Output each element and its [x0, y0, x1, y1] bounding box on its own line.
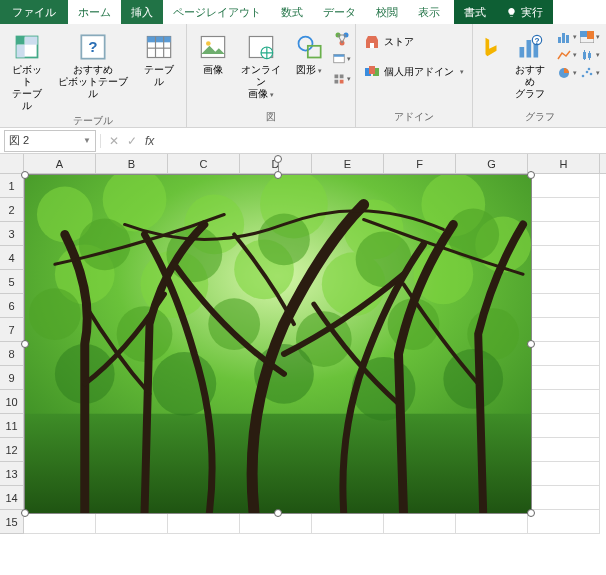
- rotate-handle[interactable]: [274, 155, 282, 163]
- row-header[interactable]: 14: [0, 486, 23, 510]
- row-header[interactable]: 4: [0, 246, 23, 270]
- fx-label[interactable]: fx: [145, 134, 154, 148]
- resize-handle-se[interactable]: [527, 509, 535, 517]
- cell[interactable]: [528, 198, 600, 222]
- svg-point-64: [79, 218, 131, 270]
- cell[interactable]: [528, 294, 600, 318]
- tab-tellme[interactable]: 実行: [496, 0, 553, 24]
- svg-point-70: [117, 306, 173, 362]
- group-illust-label: 図: [191, 108, 352, 127]
- column-chart-button[interactable]: [557, 29, 577, 45]
- store-button[interactable]: ストア: [360, 32, 468, 52]
- picture-button[interactable]: 画像: [191, 26, 235, 76]
- cell[interactable]: [528, 222, 600, 246]
- svg-point-46: [582, 75, 585, 78]
- row-header[interactable]: 5: [0, 270, 23, 294]
- row-header[interactable]: 3: [0, 222, 23, 246]
- row-header[interactable]: 9: [0, 366, 23, 390]
- name-box[interactable]: 図 2 ▼: [4, 130, 96, 152]
- col-header[interactable]: E: [312, 154, 384, 173]
- tab-view[interactable]: 表示: [408, 0, 450, 24]
- svg-point-15: [299, 37, 313, 51]
- cell[interactable]: [528, 438, 600, 462]
- inserted-image[interactable]: [24, 174, 532, 514]
- cell[interactable]: [528, 414, 600, 438]
- cell[interactable]: [528, 486, 600, 510]
- online-picture-button[interactable]: オンライン 画像: [237, 26, 286, 101]
- resize-handle-sw[interactable]: [21, 509, 29, 517]
- table-button[interactable]: テーブル: [136, 26, 181, 88]
- svg-point-49: [588, 68, 591, 71]
- tab-review[interactable]: 校閲: [366, 0, 408, 24]
- tab-home[interactable]: ホーム: [68, 0, 121, 24]
- cancel-icon[interactable]: ✕: [109, 134, 119, 148]
- cell[interactable]: [528, 366, 600, 390]
- tab-data[interactable]: データ: [313, 0, 366, 24]
- col-header[interactable]: B: [96, 154, 168, 173]
- formula-input[interactable]: [162, 130, 606, 152]
- screenshot-button[interactable]: [333, 50, 351, 68]
- pivot-table-button[interactable]: ピボット テーブル: [4, 26, 49, 112]
- recommended-charts-icon: ?: [516, 30, 544, 64]
- row-header[interactable]: 11: [0, 414, 23, 438]
- svg-text:?: ?: [535, 37, 540, 46]
- my-addins-button[interactable]: 個人用アドイン: [360, 62, 468, 82]
- resize-handle-nw[interactable]: [21, 171, 29, 179]
- scatter-chart-button[interactable]: [580, 65, 600, 81]
- bing-maps-button[interactable]: [477, 26, 506, 64]
- tab-insert[interactable]: 挿入: [121, 0, 163, 24]
- shapes-icon: [295, 30, 323, 64]
- cell[interactable]: [528, 174, 600, 198]
- tab-formulas[interactable]: 数式: [271, 0, 313, 24]
- hierarchy-chart-button[interactable]: [580, 29, 600, 45]
- cell[interactable]: [528, 510, 600, 534]
- row-header[interactable]: 8: [0, 342, 23, 366]
- resize-handle-e[interactable]: [527, 340, 535, 348]
- row-header[interactable]: 6: [0, 294, 23, 318]
- resize-handle-w[interactable]: [21, 340, 29, 348]
- recommended-pivot-icon: ?: [79, 30, 107, 64]
- col-header[interactable]: C: [168, 154, 240, 173]
- ribbon: ピボット テーブル ? おすすめ ピボットテーブル テーブル テーブル: [0, 24, 606, 128]
- tab-page-layout[interactable]: ページレイアウト: [163, 0, 271, 24]
- row-header[interactable]: 2: [0, 198, 23, 222]
- select-all-corner[interactable]: [0, 154, 24, 174]
- tab-format[interactable]: 書式: [454, 0, 496, 24]
- cell[interactable]: [528, 318, 600, 342]
- recommended-pivot-button[interactable]: ? おすすめ ピボットテーブル: [51, 26, 134, 100]
- stats-chart-button[interactable]: [580, 47, 600, 63]
- cell[interactable]: [528, 390, 600, 414]
- line-chart-button[interactable]: [557, 47, 577, 63]
- resize-handle-n[interactable]: [274, 171, 282, 179]
- resize-handle-ne[interactable]: [527, 171, 535, 179]
- formula-bar: 図 2 ▼ ✕ ✓ fx: [0, 128, 606, 154]
- shapes-button[interactable]: 図形: [287, 26, 331, 77]
- accept-icon[interactable]: ✓: [127, 134, 137, 148]
- row-header[interactable]: 1: [0, 174, 23, 198]
- col-header[interactable]: H: [528, 154, 600, 173]
- resize-handle-s[interactable]: [274, 509, 282, 517]
- row-header[interactable]: 15: [0, 510, 23, 534]
- cell[interactable]: [528, 462, 600, 486]
- col-header[interactable]: A: [24, 154, 96, 173]
- lightbulb-icon: [506, 7, 517, 18]
- svg-rect-51: [25, 414, 531, 513]
- svg-rect-7: [147, 37, 170, 43]
- row-header[interactable]: 7: [0, 318, 23, 342]
- pie-chart-button[interactable]: [557, 65, 577, 81]
- svg-rect-31: [527, 40, 532, 58]
- col-header[interactable]: G: [456, 154, 528, 173]
- tab-file[interactable]: ファイル: [0, 0, 68, 24]
- row-header[interactable]: 13: [0, 462, 23, 486]
- addin-icon: [364, 64, 380, 80]
- cell[interactable]: [528, 270, 600, 294]
- cell[interactable]: [528, 342, 600, 366]
- icons-button[interactable]: [333, 70, 351, 88]
- col-header[interactable]: F: [384, 154, 456, 173]
- smartart-button[interactable]: [333, 30, 351, 48]
- row-header[interactable]: 12: [0, 438, 23, 462]
- recommended-charts-button[interactable]: ? おすすめ グラフ: [508, 26, 553, 100]
- row-header[interactable]: 10: [0, 390, 23, 414]
- cell[interactable]: [528, 246, 600, 270]
- svg-rect-29: [369, 66, 375, 74]
